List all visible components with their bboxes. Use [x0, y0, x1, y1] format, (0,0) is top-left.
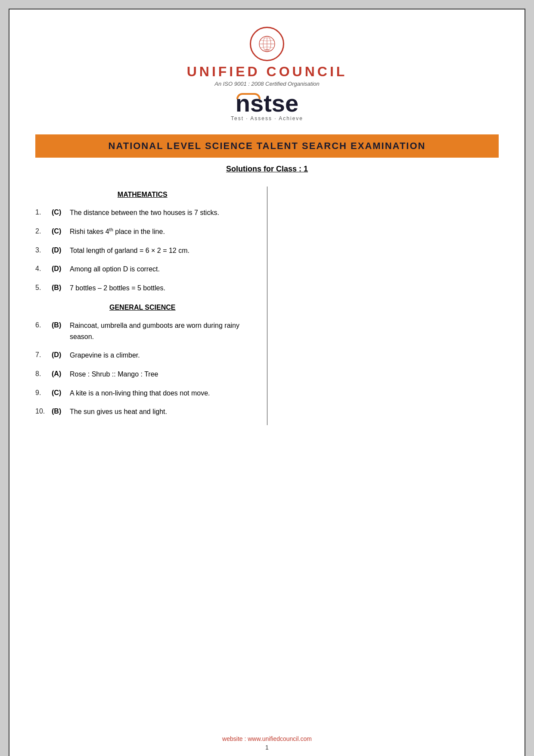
qa-item-1: 1. (C) The distance between the two hous… [35, 207, 250, 218]
qa-text-2: Rishi takes 4th place in the line. [70, 226, 250, 237]
qa-answer-2: (C) [52, 226, 70, 236]
left-column: MATHEMATICS 1. (C) The distance between … [35, 187, 267, 425]
qa-item-3: 3. (D) Total length of garland = 6 × 2 =… [35, 245, 250, 256]
qa-answer-3: (D) [52, 245, 70, 255]
qa-item-6: 6. (B) Raincoat, umbrella and gumboots a… [35, 320, 250, 342]
qa-num-5: 5. [35, 283, 52, 293]
logo-svg: INDIA UNIFIED COUNCIL [258, 35, 276, 53]
iso-text: An ISO 9001 : 2008 Certified Organisatio… [214, 81, 320, 87]
qa-text-4: Among all option D is correct. [70, 264, 250, 275]
qa-text-7: Grapevine is a climber. [70, 350, 250, 361]
qa-answer-5: (B) [52, 283, 70, 293]
right-column [267, 187, 499, 425]
qa-answer-9: (C) [52, 388, 70, 398]
qa-num-9: 9. [35, 388, 52, 398]
header: INDIA UNIFIED COUNCIL UNIFIED COUNCIL An… [35, 27, 499, 126]
qa-num-10: 10. [35, 406, 52, 417]
qa-num-3: 3. [35, 245, 52, 255]
qa-answer-10: (B) [52, 406, 70, 417]
qa-answer-6: (B) [52, 320, 70, 330]
qa-item-7: 7. (D) Grapevine is a climber. [35, 350, 250, 361]
nstse-brand: nstse Test · Assess · Achieve [231, 91, 303, 121]
qa-num-7: 7. [35, 350, 52, 360]
qa-num-1: 1. [35, 207, 52, 218]
qa-item-2: 2. (C) Rishi takes 4th place in the line… [35, 226, 250, 237]
qa-item-5: 5. (B) 7 bottles – 2 bottles = 5 bottles… [35, 283, 250, 294]
section-mathematics-heading: MATHEMATICS [35, 191, 250, 199]
exam-subtitle: Solutions for Class : 1 [35, 165, 499, 174]
qa-text-5: 7 bottles – 2 bottles = 5 bottles. [70, 283, 250, 294]
qa-num-4: 4. [35, 264, 52, 274]
qa-num-6: 6. [35, 320, 52, 330]
qa-item-10: 10. (B) The sun gives us heat and light. [35, 406, 250, 417]
content-area: MATHEMATICS 1. (C) The distance between … [35, 187, 499, 425]
qa-text-10: The sun gives us heat and light. [70, 406, 250, 417]
qa-answer-1: (C) [52, 207, 70, 218]
qa-text-8: Rose : Shrub :: Mango : Tree [70, 369, 250, 380]
qa-num-2: 2. [35, 226, 52, 236]
qa-text-9: A kite is a non-living thing that does n… [70, 388, 250, 399]
footer: website : www.unifiedcouncil.com 1 [9, 735, 525, 751]
qa-text-1: The distance between the two houses is 7… [70, 207, 250, 218]
page-number: 1 [9, 744, 525, 751]
nstse-arc-icon [236, 93, 261, 99]
qa-item-4: 4. (D) Among all option D is correct. [35, 264, 250, 275]
qa-answer-4: (D) [52, 264, 70, 274]
svg-text:INDIA: INDIA [265, 49, 269, 51]
section-science-heading: GENERAL SCIENCE [35, 304, 250, 311]
qa-item-8: 8. (A) Rose : Shrub :: Mango : Tree [35, 369, 250, 380]
qa-text-6: Raincoat, umbrella and gumboots are worn… [70, 320, 250, 342]
qa-answer-7: (D) [52, 350, 70, 360]
footer-website: website : www.unifiedcouncil.com [9, 735, 525, 742]
org-name: UNIFIED COUNCIL [187, 64, 348, 80]
qa-item-9: 9. (C) A kite is a non-living thing that… [35, 388, 250, 399]
exam-title: NATIONAL LEVEL SCIENCE TALENT SEARCH EXA… [35, 134, 499, 158]
qa-num-8: 8. [35, 369, 52, 379]
logo-circle: INDIA UNIFIED COUNCIL [250, 27, 284, 61]
svg-text:UNIFIED COUNCIL: UNIFIED COUNCIL [262, 37, 272, 39]
qa-answer-8: (A) [52, 369, 70, 379]
exam-page: INDIA UNIFIED COUNCIL UNIFIED COUNCIL An… [9, 9, 525, 756]
qa-text-3: Total length of garland = 6 × 2 = 12 cm. [70, 245, 250, 256]
